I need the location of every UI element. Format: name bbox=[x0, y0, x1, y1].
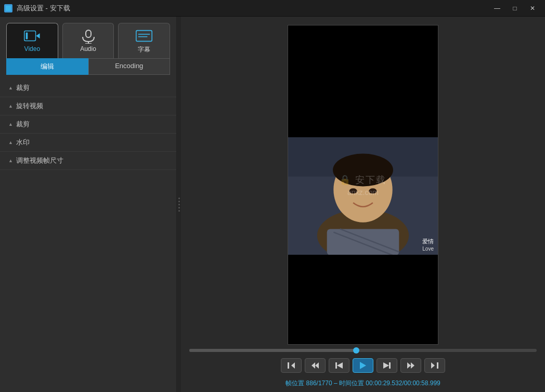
divider-dot bbox=[178, 198, 180, 199]
main-content: Video Audio bbox=[0, 17, 545, 392]
svg-marker-22 bbox=[315, 362, 319, 369]
frame-position-value: 886/1770 bbox=[306, 380, 334, 387]
tab-subtitle-label: 字幕 bbox=[138, 45, 150, 54]
divider-dot bbox=[178, 201, 180, 202]
frame-position-label: 帧位置 bbox=[286, 380, 304, 387]
panel-divider[interactable] bbox=[177, 17, 181, 392]
svg-rect-7 bbox=[136, 31, 152, 42]
tab-audio[interactable]: Audio bbox=[62, 23, 114, 58]
next-frame-button[interactable] bbox=[377, 358, 397, 373]
window-controls: — □ ✕ bbox=[489, 3, 541, 14]
svg-marker-23 bbox=[312, 362, 315, 369]
svg-marker-29 bbox=[407, 362, 411, 369]
video-preview: 爱情 Love 🔒 安下载 anxz.com bbox=[288, 25, 438, 345]
close-button[interactable]: ✕ bbox=[524, 3, 541, 14]
tab-bar: Video Audio bbox=[0, 17, 176, 58]
person-svg bbox=[288, 137, 438, 255]
arrow-icon: ▲ bbox=[8, 85, 13, 90]
arrow-icon: ▲ bbox=[8, 140, 13, 145]
svg-marker-3 bbox=[36, 33, 40, 38]
svg-point-15 bbox=[349, 188, 357, 193]
video-frame-bot bbox=[288, 255, 438, 344]
title-bar-left: 高级设置 - 安下载 bbox=[4, 4, 70, 13]
svg-rect-4 bbox=[86, 30, 91, 37]
svg-rect-17 bbox=[327, 229, 399, 255]
app-icon bbox=[4, 4, 12, 12]
list-item-crop[interactable]: ▲ 裁剪 bbox=[0, 115, 176, 134]
list-item-watermark[interactable]: ▲ 水印 bbox=[0, 134, 176, 152]
maximize-button[interactable]: □ bbox=[507, 3, 523, 14]
arrow-icon: ▲ bbox=[8, 103, 13, 109]
progress-area bbox=[189, 345, 537, 354]
arrow-icon: ▲ bbox=[8, 158, 13, 163]
item-label: 水印 bbox=[16, 138, 30, 147]
rewind-button[interactable] bbox=[305, 358, 326, 373]
item-label: 裁剪 bbox=[16, 83, 30, 93]
prev-frame-button[interactable] bbox=[329, 358, 349, 373]
svg-marker-25 bbox=[337, 362, 343, 369]
video-person: 爱情 Love bbox=[288, 137, 438, 255]
item-label: 旋转视频 bbox=[16, 101, 43, 111]
fast-forward-button[interactable] bbox=[400, 358, 421, 373]
arrow-icon: ▲ bbox=[8, 122, 13, 127]
tab-subtitle[interactable]: 字幕 bbox=[118, 23, 170, 58]
separator: – bbox=[334, 380, 339, 387]
title-bar: 高级设置 - 安下载 — □ ✕ bbox=[0, 0, 545, 17]
video-tab-icon bbox=[24, 29, 41, 43]
playback-controls bbox=[189, 354, 537, 377]
svg-marker-26 bbox=[360, 362, 366, 369]
svg-point-16 bbox=[369, 188, 377, 193]
svg-rect-24 bbox=[335, 362, 337, 369]
left-panel: Video Audio bbox=[0, 17, 177, 392]
svg-rect-2 bbox=[25, 32, 28, 39]
list-item-rotate[interactable]: ▲ 旋转视频 bbox=[0, 97, 176, 115]
settings-list: ▲ 裁剪 ▲ 旋转视频 ▲ 裁剪 ▲ 水印 ▲ 调整视频帧尺寸 bbox=[0, 75, 176, 392]
divider-dot bbox=[178, 207, 180, 208]
sub-tab-edit[interactable]: 编辑 bbox=[6, 58, 88, 75]
svg-marker-20 bbox=[291, 362, 295, 369]
svg-rect-0 bbox=[6, 6, 11, 11]
video-subtitle: 爱情 Love bbox=[422, 238, 434, 253]
video-frame-mid: 爱情 Love bbox=[288, 137, 438, 255]
subtitle-line1: 爱情 bbox=[422, 238, 434, 245]
svg-point-14 bbox=[333, 153, 393, 186]
svg-rect-21 bbox=[288, 362, 289, 369]
svg-rect-32 bbox=[437, 362, 438, 369]
progress-bar[interactable] bbox=[189, 349, 537, 352]
position-info: 帧位置 886/1770 – 时间位置 00:00:29.532/00:00:5… bbox=[189, 377, 537, 392]
time-position-value: 00:00:29.532/00:00:58.999 bbox=[366, 380, 440, 387]
progress-thumb[interactable] bbox=[353, 347, 359, 354]
svg-marker-31 bbox=[431, 362, 435, 369]
tab-video[interactable]: Video bbox=[6, 23, 58, 58]
list-item-resize[interactable]: ▲ 调整视频帧尺寸 bbox=[0, 152, 176, 170]
svg-marker-28 bbox=[383, 362, 389, 369]
video-frame-top bbox=[288, 25, 438, 137]
divider-dot bbox=[178, 210, 180, 212]
skip-to-start-button[interactable] bbox=[281, 358, 302, 373]
progress-fill bbox=[189, 349, 356, 352]
play-button[interactable] bbox=[353, 358, 373, 373]
subtitle-tab-icon bbox=[136, 29, 152, 43]
skip-to-end-button[interactable] bbox=[424, 358, 445, 373]
minimize-button[interactable]: — bbox=[489, 3, 505, 14]
audio-tab-icon bbox=[80, 29, 97, 43]
time-position-label: 时间位置 bbox=[339, 380, 364, 387]
item-label: 裁剪 bbox=[16, 120, 30, 129]
tab-audio-label: Audio bbox=[80, 45, 96, 53]
list-item-trim[interactable]: ▲ 裁剪 bbox=[0, 79, 176, 97]
sub-tab-encoding[interactable]: Encoding bbox=[88, 58, 171, 75]
sub-tab-bar: 编辑 Encoding bbox=[6, 58, 170, 75]
item-label: 调整视频帧尺寸 bbox=[16, 156, 63, 165]
divider-dot bbox=[178, 204, 180, 205]
subtitle-line2: Love bbox=[422, 245, 434, 253]
svg-rect-27 bbox=[389, 362, 391, 369]
tab-video-label: Video bbox=[24, 45, 40, 53]
window-title: 高级设置 - 安下载 bbox=[17, 4, 70, 13]
divider-handle bbox=[178, 198, 180, 212]
svg-marker-30 bbox=[411, 362, 414, 369]
right-panel: 爱情 Love 🔒 安下载 anxz.com bbox=[181, 17, 545, 392]
